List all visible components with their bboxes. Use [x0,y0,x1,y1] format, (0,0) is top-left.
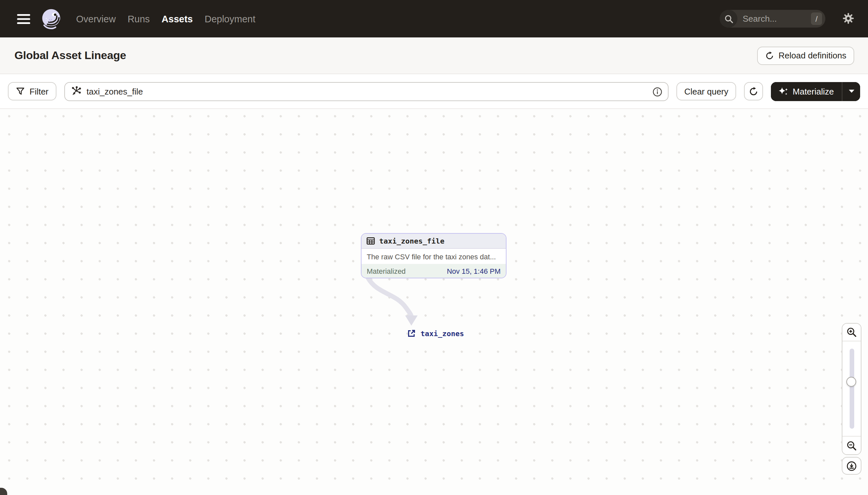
asset-name: taxi_zones_file [379,237,444,245]
reload-definitions-label: Reload definitions [778,51,846,61]
page-header: Global Asset Lineage Reload definitions [0,37,868,74]
zoom-out-button[interactable] [843,437,861,454]
zoom-slider[interactable] [843,341,861,437]
materialize-button[interactable]: Materialize [771,82,843,101]
menu-icon [17,14,30,24]
search-shortcut-badge: / [811,13,822,25]
edge-arrowhead [405,315,418,326]
top-navbar: Overview Runs Assets Deployment Search..… [0,0,868,37]
dagster-logo[interactable] [41,7,63,30]
materialize-label: Materialize [793,86,834,96]
nav-assets[interactable]: Assets [162,14,193,24]
nav-overview[interactable]: Overview [76,14,116,24]
zoom-in-icon [846,327,857,338]
search-placeholder: Search... [743,14,777,24]
page-title: Global Asset Lineage [14,49,126,62]
global-search-input[interactable]: Search... / [720,10,825,28]
download-icon [846,461,857,471]
search-icon [724,14,733,23]
asset-node-header: taxi_zones_file [361,234,506,249]
settings-button[interactable] [843,13,854,24]
download-image-button[interactable] [842,457,862,475]
asset-node-taxi-zones-file[interactable]: taxi_zones_file The raw CSV file for the… [361,233,507,278]
filter-label: Filter [30,86,49,96]
caret-down-icon [848,89,854,93]
materialize-split-button: Materialize [771,82,860,101]
nav-deployment[interactable]: Deployment [205,14,255,24]
asset-query-input[interactable]: taxi_zones_file [64,82,669,101]
info-icon [652,86,663,97]
asset-graph-icon [71,86,81,97]
nav-runs[interactable]: Runs [128,14,150,24]
bottom-left-artifact [0,488,7,495]
gear-icon [843,13,854,24]
query-info-button[interactable] [652,86,663,97]
zoom-controls [842,323,862,455]
asset-status-row: Materialized Nov 15, 1:46 PM [361,264,506,278]
menu-button[interactable] [14,11,33,27]
filter-funnel-icon [16,87,25,96]
app-root: Overview Runs Assets Deployment Search..… [0,0,868,495]
asset-node-taxi-zones[interactable]: taxi_zones [407,329,464,338]
materialize-dropdown-button[interactable] [843,82,860,101]
zoom-out-icon [846,440,857,451]
reload-definitions-button[interactable]: Reload definitions [757,46,854,65]
zoom-slider-handle[interactable] [846,377,856,387]
refresh-icon [765,51,774,60]
asset-description: The raw CSV file for the taxi zones dat.… [361,249,506,264]
clear-query-label: Clear query [684,86,728,96]
filter-button[interactable]: Filter [8,82,56,100]
lineage-toolbar: Filter taxi_zones_file [0,74,868,109]
zoom-in-button[interactable] [843,324,861,341]
lineage-edge [0,109,868,495]
status-badge: Materialized [367,267,406,275]
external-asset-name: taxi_zones [421,329,464,338]
search-icon-wrap [720,10,738,28]
table-icon [366,236,375,245]
refresh-graph-button[interactable] [744,82,763,100]
materialization-timestamp-link[interactable]: Nov 15, 1:46 PM [447,267,501,275]
refresh-icon [749,86,758,96]
main-nav: Overview Runs Assets Deployment [76,14,255,24]
asset-query-value: taxi_zones_file [87,86,143,96]
zoom-slider-track [849,348,854,429]
dagster-octopus-icon [41,7,63,30]
lineage-canvas[interactable]: taxi_zones_file The raw CSV file for the… [0,109,868,495]
clear-query-button[interactable]: Clear query [676,82,736,100]
external-link-icon [407,329,416,338]
sparkle-icon [777,86,789,97]
